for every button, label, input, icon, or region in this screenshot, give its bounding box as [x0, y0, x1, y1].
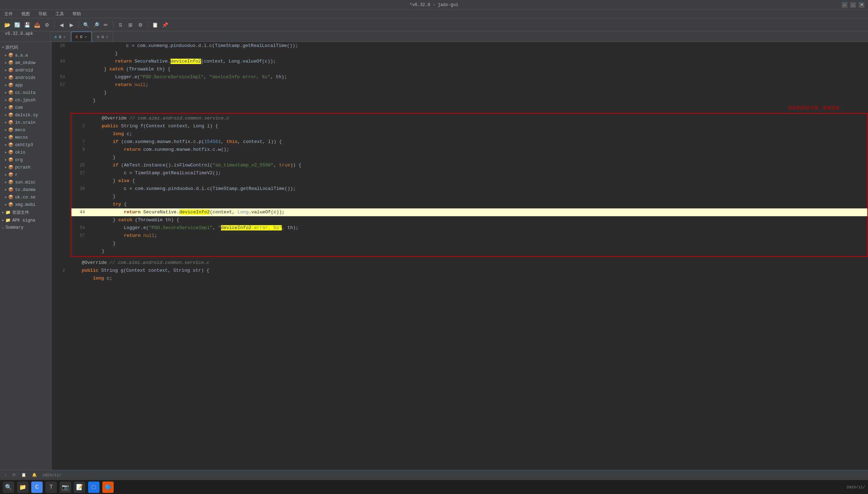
sidebar-com-label: com [15, 105, 23, 110]
taskbar: 🔍 📁 C T 📷 📝 ⬡ 🔷 2023/11/ [0, 480, 868, 494]
sidebar-item-tvdanma[interactable]: ▶ 📦 tv.danma [0, 186, 51, 193]
sidebar-dalvik-label: dalvik.sy [15, 113, 38, 118]
line-content: return null; [89, 232, 867, 240]
package-icon: 📦 [8, 180, 14, 185]
line-content: } else { [89, 177, 867, 185]
line-content: Logger.e("PDD.SecureServiceImpl", "devic… [89, 224, 867, 232]
line-content: if (com.xunmeng.manwe.hotfix.c.p(154561,… [89, 138, 867, 146]
taskbar-chrome[interactable]: C [31, 482, 43, 493]
title-bar: *v6.32.0 - jadx-gui ─ □ ✕ [0, 0, 868, 10]
sidebar-header-source[interactable]: ▼ 源代码 [0, 43, 51, 52]
package-icon: 📦 [8, 157, 14, 163]
code-area[interactable]: 36 c = com.xunmeng.pinduoduo.d.l.c(TimeS… [52, 42, 868, 470]
sidebar-item-amokdow[interactable]: ▶ 📦 am_okdow [0, 59, 51, 67]
save-button[interactable]: 💾 [23, 21, 31, 29]
tri-icon: ▶ [5, 180, 7, 184]
sidebar-item-dalvik[interactable]: ▶ 📦 dalvik.sy [0, 111, 51, 119]
sidebar-item-ukcose[interactable]: ▶ 📦 uk.co.se [0, 193, 51, 201]
sidebar-item-ccsuita[interactable]: ▶ 📦 cc.suita [0, 89, 51, 96]
taskbar-app3[interactable]: ⬡ [88, 482, 99, 493]
search-button[interactable]: 🔍 [82, 21, 90, 29]
tab-c-close[interactable]: ✕ [85, 35, 87, 39]
sidebar-mecox-label: mecox [15, 135, 28, 140]
minimize-button[interactable]: ─ [842, 2, 847, 8]
tri-icon: ▶ [5, 165, 7, 169]
line-content: if (AbTest.instance().isFlowControl("ab_… [89, 161, 867, 169]
open-file-button[interactable]: 📂 [3, 21, 11, 29]
triangle-icon: ▼ [2, 46, 4, 49]
tab-c[interactable]: C c ✕ [71, 32, 92, 42]
toggle-button[interactable]: ⊞ [126, 21, 135, 29]
tab-u-close[interactable]: ✕ [106, 35, 108, 39]
code-line: } [71, 154, 867, 161]
sidebar-tvdanma-label: tv.danma [15, 187, 36, 192]
sidebar-summary[interactable]: ▷ Summary [0, 224, 51, 231]
tri-icon: ▶ [5, 68, 7, 72]
menu-help[interactable]: 帮助 [71, 11, 82, 17]
code-line: try { [71, 201, 867, 208]
sidebar-item-aaa[interactable]: ▶ 📦 a.a.a [0, 52, 51, 59]
settings-button[interactable]: ⚙ [136, 21, 145, 29]
tri-icon: ▶ [5, 143, 7, 147]
toolbar-separator-4 [147, 21, 148, 28]
taskbar-app4[interactable]: 🔷 [102, 482, 114, 493]
sidebar-item-android[interactable]: ▶ 📦 android [0, 67, 51, 74]
line-content: c = com.xunmeng.pinduoduo.d.l.c(TimeStam… [89, 185, 867, 193]
sidebar-item-com[interactable]: ▶ 📦 com [0, 104, 51, 111]
taskbar-app1[interactable]: 📷 [60, 482, 71, 493]
line-content: try { [89, 201, 867, 208]
tri-icon: ▶ [5, 61, 7, 65]
taskbar-text[interactable]: T [45, 482, 57, 493]
decompile-button[interactable]: ⚙ [43, 21, 51, 29]
sidebar-item-org[interactable]: ▶ 📦 org [0, 156, 51, 164]
sidebar-item-okhttp3[interactable]: ▶ 📦 okhttp3 [0, 141, 51, 149]
taskbar-app2[interactable]: 📝 [74, 482, 85, 493]
log-button[interactable]: 📋 [151, 21, 159, 29]
forward-button[interactable]: ▶ [67, 21, 76, 29]
reload-button[interactable]: 🔄 [13, 21, 21, 29]
search-class-button[interactable]: 🔎 [92, 21, 100, 29]
status-bar: ↑ ⟳ 📋 🔔 2023/11/ [0, 470, 868, 480]
sidebar-resources[interactable]: ▶ 📁 资源文件 [0, 208, 51, 217]
pin-button[interactable]: 📌 [161, 21, 169, 29]
line-content: Logger.e("PDD.SecureServiceImpl", "devic… [69, 73, 868, 81]
taskbar-files[interactable]: 📁 [17, 482, 28, 493]
line-number: 54 [52, 73, 69, 81]
export-button[interactable]: 📤 [33, 21, 41, 29]
tab-a-icon: a [54, 35, 57, 39]
tab-a[interactable]: a a ✕ [50, 32, 70, 42]
tri-icon: ▶ [5, 173, 7, 177]
status-time: 2023/11/ [43, 473, 61, 477]
package-icon: 📦 [8, 172, 14, 177]
code-line: } [71, 240, 867, 248]
sidebar-item-mecox[interactable]: ▶ 📦 mecox [0, 134, 51, 141]
rename-button[interactable]: ✏ [102, 21, 110, 29]
sidebar-item-insrain[interactable]: ▶ 📦 in.srain [0, 119, 51, 126]
menu-view[interactable]: 视图 [20, 11, 31, 17]
tri-icon: ▶ [5, 203, 7, 207]
sidebar-item-cnjpush[interactable]: ▶ 📦 cn.jpush [0, 96, 51, 104]
menu-tools[interactable]: 工具 [54, 11, 65, 17]
smali-button[interactable]: S [116, 21, 125, 29]
sidebar-apksig[interactable]: ▶ 📁 APK signa [0, 217, 51, 224]
sidebar-item-androidx[interactable]: ▶ 📦 androidx [0, 74, 51, 81]
sidebar-item-sunmisc[interactable]: ▶ 📦 sun.misc [0, 179, 51, 186]
package-icon: 📦 [8, 165, 14, 170]
sidebar-item-okio[interactable]: ▶ 📦 okio [0, 149, 51, 156]
sidebar-item-meco[interactable]: ▶ 📦 meco [0, 126, 51, 134]
tab-u[interactable]: U u ✕ [92, 32, 113, 42]
tab-a-close[interactable]: ✕ [64, 35, 66, 39]
close-button[interactable]: ✕ [859, 2, 864, 8]
sidebar-item-app[interactable]: ▶ 📦 app [0, 81, 51, 89]
taskbar-search[interactable]: 🔍 [3, 482, 14, 493]
line-content: return com.xunmeng.manwe.hotfix.c.w(); [89, 146, 867, 154]
menu-file[interactable]: 文件 [3, 11, 14, 17]
line-number: 25 [71, 161, 89, 169]
menu-nav[interactable]: 导航 [37, 11, 48, 17]
sidebar-item-pcrash[interactable]: ▶ 📦 pcrash [0, 164, 51, 171]
sidebar-item-r[interactable]: ▶ 📦 r [0, 171, 51, 179]
maximize-button[interactable]: □ [850, 2, 856, 8]
sidebar-item-xmgmobi[interactable]: ▶ 📦 xmg.mobi [0, 201, 51, 208]
back-button[interactable]: ◀ [57, 21, 66, 29]
package-icon: 📦 [8, 127, 14, 133]
